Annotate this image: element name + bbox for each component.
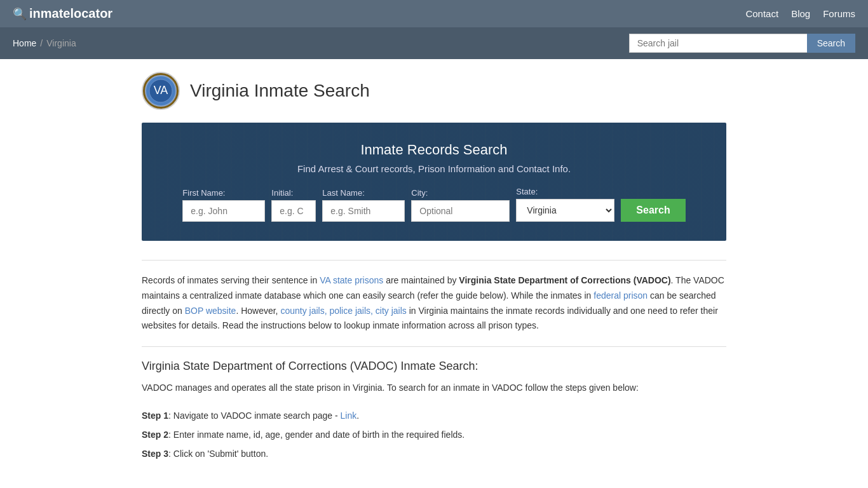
content-divider — [142, 260, 726, 261]
first-name-input[interactable] — [182, 200, 265, 222]
breadcrumb-separator: / — [40, 38, 43, 48]
first-name-label: First Name: — [182, 188, 225, 198]
city-group: City: — [411, 188, 510, 222]
logo-icon: 🔍 — [13, 7, 27, 21]
nav-links: Contact Blog Forums — [745, 8, 855, 19]
last-name-input[interactable] — [322, 200, 405, 222]
initial-input[interactable] — [271, 200, 316, 222]
federal-prison-link[interactable]: federal prison — [593, 290, 648, 301]
intro-paragraph: Records of inmates serving their sentenc… — [142, 273, 726, 334]
svg-text:VA: VA — [154, 84, 168, 97]
home-link[interactable]: Home — [13, 38, 36, 48]
city-label: City: — [411, 188, 428, 198]
blog-link[interactable]: Blog — [791, 8, 810, 19]
jail-search-bar: Search — [629, 34, 855, 53]
first-name-group: First Name: — [182, 188, 265, 222]
breadcrumb-current: Virginia — [46, 38, 76, 48]
step1: Step 1: Navigate to VADOC inmate search … — [142, 409, 726, 424]
breadcrumb-bar: Home / Virginia Search — [0, 27, 868, 59]
inmate-search-button[interactable]: Search — [621, 199, 685, 222]
step1-text: : Navigate to VADOC inmate search page - — [168, 410, 341, 421]
vadoc-name: Virginia State Department of Corrections… — [459, 275, 670, 285]
banner-title: Inmate Records Search — [167, 142, 701, 158]
step2-text: : Enter inmate name, id, age, gender and… — [168, 430, 465, 440]
contact-link[interactable]: Contact — [745, 8, 778, 19]
step3-label: Step 3 — [142, 449, 168, 459]
initial-label: Initial: — [271, 188, 293, 198]
va-prisons-link[interactable]: VA state prisons — [320, 275, 383, 285]
site-logo[interactable]: 🔍 inmatelocator — [13, 6, 112, 21]
page-header: VA Virginia Inmate Search — [142, 72, 726, 110]
top-nav: 🔍 inmatelocator Contact Blog Forums — [0, 0, 868, 27]
intro-text-1: Records of inmates serving their sentenc… — [142, 275, 320, 285]
bop-link[interactable]: BOP website — [185, 306, 236, 316]
inmate-search-form: First Name: Initial: Last Name: City: St… — [167, 187, 701, 222]
last-name-group: Last Name: — [322, 188, 405, 222]
jail-search-button[interactable]: Search — [807, 34, 855, 53]
step3-text: : Click on 'Submit' button. — [168, 449, 268, 459]
last-name-label: Last Name: — [322, 188, 364, 198]
jail-search-input[interactable] — [629, 34, 807, 53]
state-label: State: — [516, 187, 538, 196]
logo-text: inmatelocator — [29, 6, 112, 21]
step1-end: . — [356, 410, 359, 421]
step3: Step 3: Click on 'Submit' button. — [142, 447, 726, 462]
vadoc-link[interactable]: Link — [341, 410, 357, 421]
step2-label: Step 2 — [142, 430, 168, 440]
step2: Step 2: Enter inmate name, id, age, gend… — [142, 428, 726, 443]
main-content: VA Virginia Inmate Search Inmate Records… — [129, 59, 739, 478]
vadoc-intro-text: VADOC manages and operates all the state… — [142, 381, 726, 396]
county-jails-link[interactable]: county jails, police jails, city jails — [280, 306, 406, 316]
forums-link[interactable]: Forums — [823, 8, 855, 19]
step1-label: Step 1 — [142, 410, 168, 421]
section-divider — [142, 346, 726, 347]
page-title: Virginia Inmate Search — [190, 81, 370, 101]
state-select[interactable]: Virginia Alabama Alaska Arizona Arkansas… — [516, 199, 614, 222]
search-banner: Inmate Records Search Find Arrest & Cour… — [142, 123, 726, 241]
vadoc-section-title: Virginia State Department of Corrections… — [142, 360, 726, 373]
intro-text-5: . However, — [236, 306, 280, 316]
state-seal: VA — [142, 72, 180, 110]
breadcrumb: Home / Virginia — [13, 38, 76, 48]
city-input[interactable] — [411, 200, 510, 222]
intro-text-2: are maintained by — [383, 275, 459, 285]
banner-subtitle: Find Arrest & Court records, Prison Info… — [167, 163, 701, 174]
state-group: State: Virginia Alabama Alaska Arizona A… — [516, 187, 614, 222]
initial-group: Initial: — [271, 188, 316, 222]
